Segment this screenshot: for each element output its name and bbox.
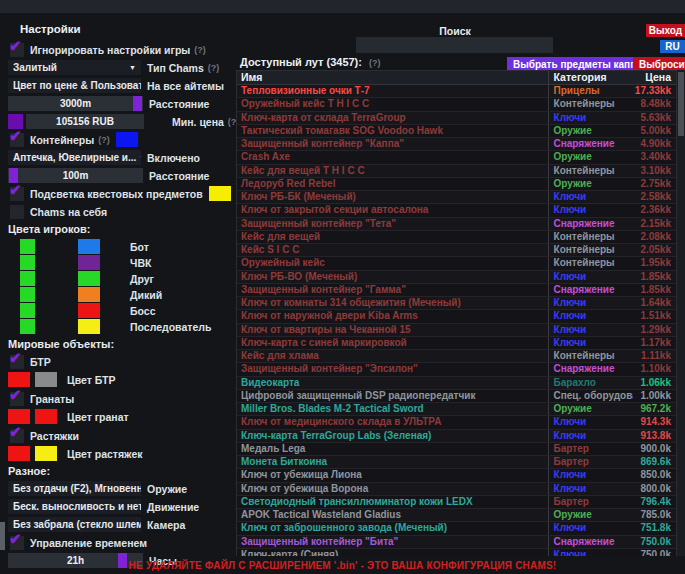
item-distance-slider[interactable]: 3000m: [8, 96, 143, 111]
player-color-swatch-1[interactable]: [20, 255, 35, 270]
exit-button[interactable]: Выход: [646, 24, 685, 37]
player-color-swatch-2[interactable]: [78, 303, 100, 318]
player-color-swatch-2[interactable]: [78, 239, 100, 254]
checkbox-checked[interactable]: ✔: [10, 392, 24, 406]
table-row[interactable]: Ключ РБ-ВО (Меченый)Ключи1.85kk: [237, 271, 676, 284]
table-row[interactable]: Кейс для вещей T H I C CКонтейнеры3.10kk: [237, 165, 676, 178]
table-row[interactable]: Светодиодный трансиллюминатор кожи LEDXБ…: [237, 496, 676, 509]
time-control-checkbox-row[interactable]: ✔ Управление временем: [10, 535, 234, 550]
grenades-color-swatch-2[interactable]: [35, 409, 57, 424]
table-row[interactable]: Оружейный кейсКонтейнеры1.95kk: [237, 257, 676, 270]
drop-all-button[interactable]: Выбросить все: [633, 57, 685, 71]
btr-color-swatch-2[interactable]: [35, 372, 57, 387]
min-price-input[interactable]: 105156 RUB: [26, 114, 144, 129]
containers-checkbox-row[interactable]: ✔ Контейнеры (?): [10, 132, 234, 147]
containers-distance-slider[interactable]: 100m: [8, 168, 143, 183]
player-color-swatch-1[interactable]: [20, 239, 35, 254]
player-color-swatch-1[interactable]: [20, 319, 35, 334]
table-row[interactable]: Ключ-карта с синей маркировкойКлючи1.17k…: [237, 337, 676, 350]
player-color-swatch-1[interactable]: [20, 271, 35, 286]
ignore-game-settings-checkbox-row[interactable]: ✔ Игнорировать настройки игры (?): [10, 42, 234, 57]
column-header-price[interactable]: Цена: [633, 71, 676, 84]
column-header-name[interactable]: Имя: [237, 71, 548, 84]
chams-type-dropdown[interactable]: Залитый▼: [8, 60, 141, 75]
player-color-row: Бот: [20, 239, 234, 254]
tripwires-checkbox-row[interactable]: ✔ Растяжки: [10, 428, 234, 443]
table-row[interactable]: Оружейный кейс T H I C CКонтейнеры8.48kk: [237, 98, 676, 111]
player-color-swatch-2[interactable]: [78, 287, 100, 302]
item-name: Ключ-карта с синей маркировкой: [237, 337, 548, 349]
containers-filter-dropdown[interactable]: Аптечка, Ювелирные и...▼: [8, 150, 141, 165]
slider-handle[interactable]: [133, 96, 142, 111]
table-row[interactable]: Защищенный контейнер "Тета"Снаряжение2.1…: [237, 218, 676, 231]
quest-highlight-checkbox-row[interactable]: ✔ Подсветка квестовых предметов: [10, 186, 234, 201]
table-scrollbar-thumb[interactable]: [678, 72, 684, 136]
column-header-category[interactable]: Категория: [548, 71, 634, 84]
table-row[interactable]: Ключ от заброшенного завода (Меченый)Клю…: [237, 522, 676, 535]
camera-dropdown[interactable]: Без забрала (стекло шлема)▼: [8, 517, 141, 532]
grenades-color-swatch-1[interactable]: [8, 409, 30, 424]
help-icon[interactable]: (?): [208, 63, 220, 73]
table-row[interactable]: Защищенный контейнер "Бита"Снаряжение750…: [237, 536, 676, 549]
table-row[interactable]: Кейс S I C CКонтейнеры2.05kk: [237, 244, 676, 257]
checkbox-checked[interactable]: ✔: [10, 429, 24, 443]
table-row[interactable]: Защищенный контейнер "Эпсилон"Снаряжение…: [237, 363, 676, 376]
help-icon[interactable]: (?): [194, 45, 206, 55]
containers-color-swatch[interactable]: [116, 132, 138, 147]
btr-checkbox-row[interactable]: ✔ БТР: [10, 354, 234, 369]
table-row[interactable]: Медаль LegaБартер900.0k: [237, 443, 676, 456]
checkbox-checked[interactable]: ✔: [10, 187, 24, 201]
table-row[interactable]: Ключ от комнаты 314 общежития (Меченый)К…: [237, 297, 676, 310]
table-row[interactable]: ВидеокартаБарахло1.06kk: [237, 377, 676, 390]
color-mode-dropdown[interactable]: Цвет по цене & Пользователь▼: [8, 78, 141, 93]
tripwires-color-swatch-2[interactable]: [35, 446, 57, 461]
checkbox-checked[interactable]: ✔: [10, 43, 24, 57]
table-row[interactable]: Ключ РБ-БК (Меченый)Ключи2.58kk: [237, 191, 676, 204]
table-row[interactable]: Защищенный контейнер "Гамма"Снаряжение1.…: [237, 284, 676, 297]
table-row[interactable]: Кейс для хламаКонтейнеры1.11kk: [237, 350, 676, 363]
table-row[interactable]: Crash AxeОружие3.40kk: [237, 151, 676, 164]
table-row[interactable]: Ключ от наружной двери Kiba ArmsКлючи1.5…: [237, 310, 676, 323]
checkbox-unchecked[interactable]: [10, 205, 24, 219]
table-row[interactable]: Ключ-карта от склада TerraGroupКлючи5.63…: [237, 112, 676, 125]
weapon-dropdown[interactable]: Без отдачи (F2), Мгновенное п▼: [8, 481, 141, 496]
help-icon[interactable]: (?): [369, 58, 381, 68]
table-row[interactable]: Цифровой защищенный DSP радиопередатчикС…: [237, 390, 676, 403]
help-icon[interactable]: (?): [98, 135, 110, 145]
table-row[interactable]: APOK Tactical Wasteland GladiusОружие785…: [237, 509, 676, 522]
checkbox-checked[interactable]: ✔: [10, 133, 24, 147]
table-row[interactable]: Защищенный контейнер "Каппа"Снаряжение4.…: [237, 138, 676, 151]
item-name: Ледоруб Red Rebel: [237, 178, 548, 190]
table-row[interactable]: Ключ от убежища ЛионаКлючи850.0k: [237, 469, 676, 482]
chams-self-checkbox-row[interactable]: Chams на себя: [10, 204, 234, 219]
movement-dropdown[interactable]: Беск. выносливость и нет уста▼: [8, 499, 141, 514]
table-row[interactable]: Тепловизионные очки Т-7Прицелы17.33kk: [237, 85, 676, 98]
table-row[interactable]: Тактический томагавк SOG Voodoo HawkОруж…: [237, 125, 676, 138]
search-input[interactable]: [356, 37, 553, 53]
table-row[interactable]: Ключ-карта TerraGroup Labs (Зеленая)Ключ…: [237, 430, 676, 443]
table-row[interactable]: Ключ от убежища ВоронаКлючи800.0k: [237, 483, 676, 496]
btr-color-swatch-1[interactable]: [8, 372, 30, 387]
checkbox-checked[interactable]: ✔: [10, 536, 24, 550]
table-row[interactable]: Miller Bros. Blades M-2 Tactical SwordОр…: [237, 403, 676, 416]
player-color-swatch-2[interactable]: [78, 319, 100, 334]
table-row[interactable]: Ключ от медицинского склада в УЛЬТРАКлюч…: [237, 416, 676, 429]
checkbox-checked[interactable]: ✔: [10, 355, 24, 369]
grenades-checkbox-row[interactable]: ✔ Гранаты: [10, 391, 234, 406]
table-row[interactable]: Ключ от закрытой секции автосалонаКлючи2…: [237, 204, 676, 217]
tripwires-color-swatch-1[interactable]: [8, 446, 30, 461]
table-row[interactable]: Ключ от квартиры на Чеканной 15Ключи1.29…: [237, 324, 676, 337]
player-color-swatch-1[interactable]: [20, 303, 35, 318]
panel-scrollbar-thumb[interactable]: [0, 522, 5, 550]
language-button[interactable]: RU: [660, 40, 685, 53]
quest-highlight-color-swatch[interactable]: [209, 186, 231, 201]
table-scrollbar[interactable]: [677, 70, 685, 556]
table-row[interactable]: Ключ-карта (Синяя)Ключи750.0k: [237, 549, 676, 556]
player-color-swatch-2[interactable]: [78, 271, 100, 286]
player-color-swatch-1[interactable]: [20, 287, 35, 302]
table-row[interactable]: Ледоруб Red RebelОружие2.75kk: [237, 178, 676, 191]
select-kappa-items-button[interactable]: Выбрать предметы каппа: [507, 57, 648, 71]
table-row[interactable]: Монета БиткоинаБартер869.6k: [237, 456, 676, 469]
player-color-swatch-2[interactable]: [78, 255, 100, 270]
table-row[interactable]: Кейс для вещейКонтейнеры2.08kk: [237, 231, 676, 244]
